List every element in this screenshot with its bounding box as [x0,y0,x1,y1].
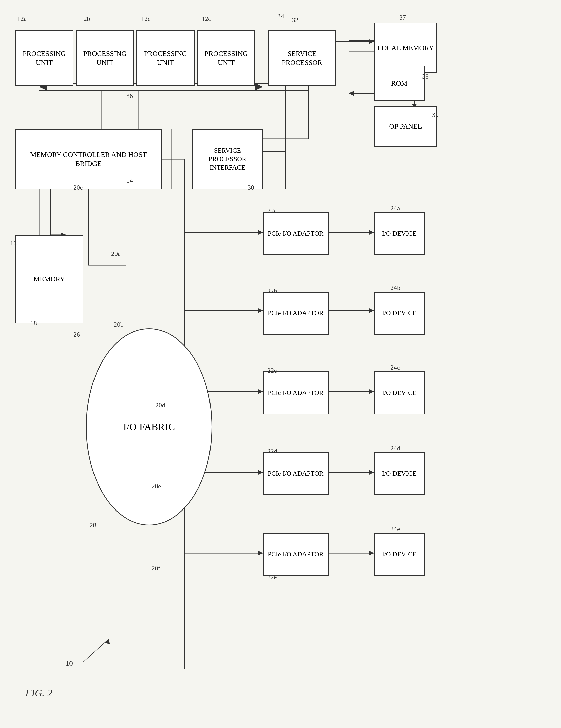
svg-marker-27 [369,39,374,44]
pcie-adaptor-b: PCIe I/O ADAPTOR [263,292,329,335]
svg-marker-42 [369,230,374,235]
io-device-a: I/O DEVICE [374,212,425,255]
io-fabric-ellipse: I/O FABRIC [86,328,212,525]
svg-marker-38 [258,470,263,475]
ref-20f: 20f [152,565,160,572]
ref-38: 38 [422,73,429,80]
svg-marker-59 [105,639,110,644]
ref-12a: 12a [17,15,27,23]
processing-unit-a: PROCESSING UNIT [15,30,73,86]
processing-unit-d: PROCESSING UNIT [197,30,255,86]
pcie-adaptor-d: PCIe I/O ADAPTOR [263,452,329,495]
ref-24c: 24c [391,364,400,371]
diagram-svg [0,0,561,728]
ref-24a: 24a [391,205,400,212]
ref-24b: 24b [391,284,400,292]
rom: ROM [374,66,425,101]
op-panel: OP PANEL [374,106,437,147]
ref-14: 14 [126,177,133,184]
ref-22e: 22e [267,573,277,581]
ref-26: 26 [73,331,80,338]
ref-39: 39 [432,111,439,119]
svg-marker-34 [258,308,263,313]
svg-marker-23 [349,91,354,96]
pcie-adaptor-e: PCIe I/O ADAPTOR [263,533,329,576]
ref-24d: 24d [391,445,400,452]
fig-label: FIG. 2 [25,687,52,699]
ref-20b: 20b [114,321,123,328]
pcie-adaptor-a: PCIe I/O ADAPTOR [263,212,329,255]
svg-marker-3 [255,83,263,90]
ref-22c: 22c [267,367,277,374]
ref-22b: 22b [267,287,277,295]
ref-20e: 20e [152,482,161,490]
ref-36: 36 [126,92,133,100]
ref-22a: 22a [267,207,277,215]
memory-box: MEMORY [15,235,83,323]
svg-marker-32 [258,230,263,235]
ref-16: 16 [10,239,17,247]
ref-30: 30 [248,184,254,191]
ref-28: 28 [90,522,96,529]
ref-20c: 20c [73,184,83,191]
svg-marker-50 [369,551,374,556]
ref-12b: 12b [80,15,90,23]
ref-18: 18 [30,320,37,327]
ref-10: 10 [66,659,73,667]
service-processor: SERVICE PROCESSOR [268,30,336,86]
ref-12d: 12d [202,15,211,23]
diagram: PROCESSING UNIT 12a PROCESSING UNIT 12b … [0,0,561,728]
io-device-b: I/O DEVICE [374,292,425,335]
ref-34: 34 [277,13,284,20]
svg-marker-48 [369,470,374,475]
svg-marker-40 [258,551,263,556]
pcie-adaptor-c: PCIe I/O ADAPTOR [263,371,329,414]
svg-line-58 [83,639,109,662]
processing-unit-c: PROCESSING UNIT [136,30,194,86]
ref-20d: 20d [155,402,165,409]
ref-32: 32 [292,16,299,24]
svg-marker-44 [369,308,374,313]
ref-24e: 24e [391,525,400,533]
io-device-d: I/O DEVICE [374,452,425,495]
ref-37: 37 [399,14,406,21]
svg-marker-46 [369,389,374,394]
ref-20a: 20a [111,250,121,258]
ref-12c: 12c [141,15,151,23]
memory-controller: MEMORY CONTROLLER AND HOST BRIDGE [15,129,162,189]
svg-marker-36 [258,389,263,394]
service-processor-interface: SERVICE PROCESSOR INTERFACE [192,129,263,189]
processing-unit-b: PROCESSING UNIT [76,30,134,86]
io-device-c: I/O DEVICE [374,371,425,414]
io-device-e: I/O DEVICE [374,533,425,576]
ref-22d: 22d [267,448,277,455]
